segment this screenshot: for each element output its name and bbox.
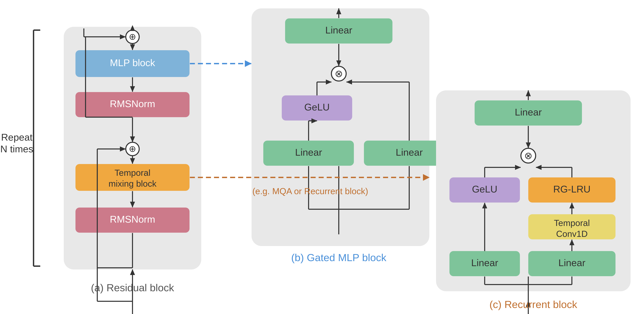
rg-lru-label: RG-LRU — [553, 184, 590, 194]
add-symbol-mid-a: ⊕ — [129, 144, 136, 154]
dashed-arrowhead-b — [245, 60, 252, 67]
linear-top-c-label: Linear — [515, 107, 542, 118]
linear-left-c-label: Linear — [471, 257, 498, 268]
linear-left-b-label: Linear — [295, 147, 322, 158]
temporal-mixing-label: Temporal — [114, 168, 150, 177]
linear-top-b-label: Linear — [325, 25, 352, 35]
mult-symbol-c: ⊗ — [524, 150, 532, 161]
linear-right-b-label: Linear — [396, 147, 422, 158]
repeat-n-label2: N times — [0, 144, 33, 154]
gelu-b-label: GeLU — [304, 102, 330, 113]
add-symbol-top-a: ⊕ — [129, 32, 136, 41]
gelu-c-label: GeLU — [472, 184, 498, 194]
temporal-mixing-label2: mixing block — [108, 179, 157, 188]
arrow-in-a — [130, 269, 135, 275]
caption-b: (b) Gated MLP block — [291, 252, 386, 263]
mlp-block-label: MLP block — [110, 57, 155, 68]
mult-symbol-b: ⊗ — [335, 68, 343, 79]
temporal-conv1d-label: Temporal — [554, 218, 590, 228]
temporal-conv1d-label2: Conv1D — [556, 229, 588, 239]
caption-c: (c) Recurrent block — [489, 299, 578, 310]
diagram-container: Repeat N times MLP block RMSNorm Tempora… — [0, 0, 644, 314]
eg-label: (e.g. MQA or Recurrent block) — [252, 186, 368, 196]
panel-b-bg — [252, 8, 429, 246]
repeat-n-label: Repeat — [1, 132, 32, 143]
rmsnorm1-label: RMSNorm — [110, 98, 155, 109]
rmsnorm2-label: RMSNorm — [110, 214, 155, 225]
linear-right-c-label: Linear — [558, 257, 585, 268]
